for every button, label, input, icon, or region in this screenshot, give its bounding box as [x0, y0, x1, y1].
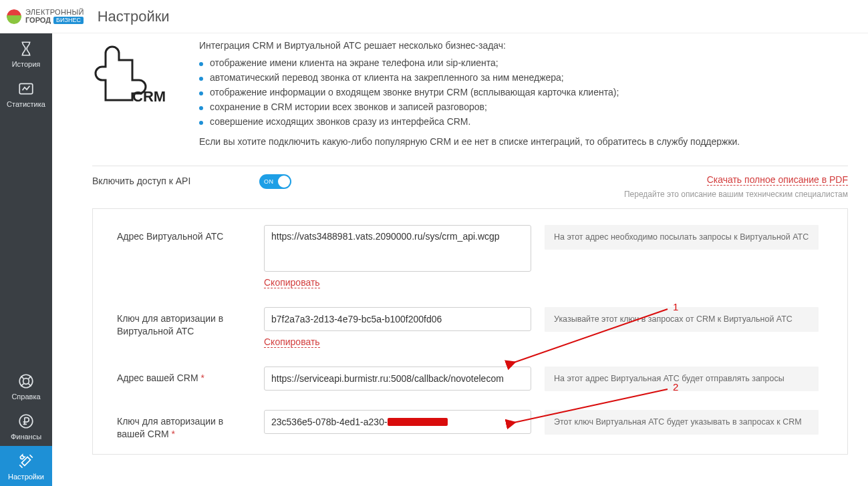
- api-access-label: Включить доступ к API: [92, 174, 239, 186]
- field-label: Ключ для авторизации в Виртуальной АТС: [117, 307, 251, 338]
- intro-bullet: сохранение в CRM истории всех звонков и …: [199, 101, 848, 112]
- field-hint: На этот адрес Виртуальная АТС будет отпр…: [545, 367, 819, 391]
- tools-icon: [17, 453, 35, 470]
- vats-address-field[interactable]: https://vats3488981.vats.2090000.ru/sys/…: [264, 225, 531, 272]
- copy-button[interactable]: Скопировать: [264, 277, 320, 288]
- intro-bullet-list: отображение имени клиента на экране теле…: [199, 57, 848, 127]
- sidebar-item-finance[interactable]: Финансы: [0, 406, 52, 446]
- field-hint: Указывайте этот ключ в запросах от CRM к…: [545, 307, 819, 332]
- sidebar-item-label: Настройки: [8, 473, 44, 481]
- api-access-row: Включить доступ к API ON Скачать полное …: [92, 174, 848, 199]
- required-star-icon: *: [201, 373, 204, 383]
- form-row-crm-address: Адрес вашей CRM * На этот адрес Виртуаль…: [117, 367, 827, 391]
- crm-address-field[interactable]: [264, 367, 531, 391]
- section-divider: [92, 166, 848, 166]
- toggle-state-text: ON: [264, 178, 274, 185]
- field-label: Адрес вашей CRM *: [117, 367, 251, 385]
- svg-point-2: [23, 379, 29, 385]
- sidebar: История Статистика Справка Финансы Настр…: [0, 33, 52, 486]
- intro-bullet: совершение исходящих звонков сразу из ин…: [199, 116, 848, 127]
- form-row-crm-key: Ключ для авторизации в вашей CRM * 23c53…: [117, 410, 827, 441]
- sidebar-item-label: История: [12, 60, 41, 68]
- download-pdf-link[interactable]: Скачать полное описание в PDF: [707, 174, 848, 186]
- sidebar-item-settings[interactable]: Настройки: [0, 446, 52, 486]
- intro-section: CRM Интеграция CRM и Виртуальной АТС реш…: [92, 40, 848, 155]
- svg-point-3: [19, 415, 33, 428]
- hourglass-icon: [17, 40, 35, 57]
- api-access-toggle[interactable]: ON: [259, 174, 291, 189]
- intro-bullet: автоматический перевод звонка от клиента…: [199, 72, 848, 83]
- intro-footer: Если вы хотите подключить какую-либо поп…: [199, 136, 848, 147]
- crm-key-prefix: 23c536e5-078b-4ed1-a230-: [271, 417, 388, 427]
- page-title: Настройки: [98, 8, 170, 25]
- sidebar-item-help[interactable]: Справка: [0, 366, 52, 406]
- ruble-icon: [17, 413, 35, 430]
- form-row-vats-key: Ключ для авторизации в Виртуальной АТС С…: [117, 307, 827, 348]
- main-content: CRM Интеграция CRM и Виртуальной АТС реш…: [52, 33, 868, 486]
- svg-text:CRM: CRM: [132, 88, 166, 105]
- copy-button[interactable]: Скопировать: [264, 336, 320, 348]
- sidebar-item-statistics[interactable]: Статистика: [0, 73, 52, 113]
- field-hint: На этот адрес необходимо посылать запрос…: [545, 225, 819, 250]
- vats-key-field[interactable]: [264, 307, 531, 331]
- field-label: Ключ для авторизации в вашей CRM *: [117, 410, 251, 441]
- api-settings-card: Адрес Виртуальной АТС https://vats348898…: [92, 208, 848, 455]
- sidebar-item-label: Справка: [11, 393, 40, 401]
- crm-key-field[interactable]: 23c536e5-078b-4ed1-a230-: [264, 410, 531, 434]
- topbar: ЭЛЕКТРОННЫЙ ГОРОД БИЗНЕС Настройки: [0, 0, 868, 33]
- intro-bullet: отображение имени клиента на экране теле…: [199, 57, 848, 68]
- brand-logo[interactable]: ЭЛЕКТРОННЫЙ ГОРОД БИЗНЕС: [7, 9, 84, 24]
- sidebar-item-label: Финансы: [11, 433, 41, 441]
- field-label: Адрес Виртуальной АТС: [117, 225, 251, 243]
- redacted-block: [388, 418, 448, 426]
- sidebar-item-label: Статистика: [7, 100, 45, 108]
- intro-lead: Интеграция CRM и Виртуальной АТС решает …: [199, 40, 848, 51]
- crm-puzzle-icon: CRM: [92, 40, 172, 107]
- lifebuoy-icon: [17, 373, 35, 390]
- form-row-vats-address: Адрес Виртуальной АТС https://vats348898…: [117, 225, 827, 288]
- brand-mark-icon: [7, 9, 21, 24]
- field-hint: Этот ключ Виртуальная АТС будет указыват…: [545, 410, 819, 435]
- intro-bullet: отображение информации о входящем звонке…: [199, 87, 848, 97]
- download-pdf-subtext: Передайте это описание вашим техническим…: [624, 190, 848, 199]
- required-star-icon: *: [172, 429, 175, 439]
- toggle-knob: [278, 176, 290, 188]
- chart-icon: [17, 80, 35, 97]
- sidebar-item-history[interactable]: История: [0, 33, 52, 73]
- brand-text: ЭЛЕКТРОННЫЙ ГОРОД БИЗНЕС: [25, 9, 84, 24]
